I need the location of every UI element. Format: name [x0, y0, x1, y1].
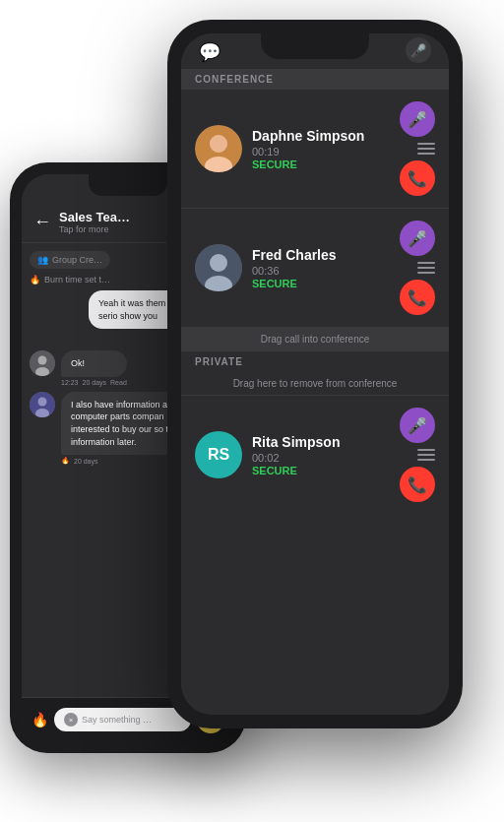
svg-point-1 [38, 356, 47, 365]
fred-mute-button[interactable]: 🎤 [400, 221, 435, 256]
group-create-pill: 👥 Group Cre… [30, 251, 110, 269]
fred-name: Fred Charles [252, 247, 390, 263]
private-call-row-rita: RS Rita Simpson 00:02 SECURE 🎤 📞 [181, 396, 449, 514]
message-bubble-left-2: Ok! [61, 350, 127, 377]
flame-icon-3: 🔥 [61, 457, 70, 465]
fire-icon-small: 🔥 [30, 275, 40, 285]
daphne-menu-icon[interactable] [417, 143, 435, 155]
message-input-field[interactable]: × Say something … [54, 708, 191, 731]
svg-point-11 [210, 254, 227, 272]
private-section-header: PRIVATE [181, 350, 449, 372]
group-icon: 👥 [37, 255, 48, 265]
rita-menu-icon[interactable] [417, 449, 435, 461]
app-logo-icon: 💬 [199, 41, 220, 63]
rita-name: Rita Simpson [252, 434, 390, 450]
group-create-label: Group Cre… [52, 255, 102, 265]
call-info-daphne: Daphne Simpson 00:19 SECURE [252, 128, 390, 170]
bubble2-days: 20 days [83, 379, 107, 386]
avatar-user1 [30, 350, 55, 376]
svg-point-9 [210, 135, 227, 153]
rita-actions: 🎤 📞 [400, 408, 435, 502]
fred-actions: 🎤 📞 [400, 221, 435, 315]
bubble3-days: 20 days [74, 458, 98, 465]
drag-into-conference-hint: Drag call into conference [181, 328, 449, 350]
daphne-actions: 🎤 📞 [400, 101, 435, 196]
mic-status-icon[interactable]: 🎤 [406, 37, 431, 63]
call-row-fred: Fred Charles 00:36 SECURE 🎤 📞 [181, 209, 449, 328]
conference-section-header: CONFERENCE [181, 69, 449, 90]
daphne-duration: 00:19 [252, 146, 390, 158]
fred-status: SECURE [252, 278, 390, 289]
fire-icon-input: 🔥 [32, 712, 48, 727]
burn-time-pill: 🔥 Burn time set t… [30, 275, 110, 285]
notch-back [89, 174, 167, 196]
front-bottom-spacer [181, 514, 449, 715]
daphne-mute-button[interactable]: 🎤 [400, 101, 435, 137]
fred-duration: 00:36 [252, 265, 390, 277]
clear-input-icon[interactable]: × [64, 713, 78, 727]
daphne-status: SECURE [252, 158, 390, 170]
burn-label: Burn time set t… [44, 275, 110, 285]
call-row-daphne: Daphne Simpson 00:19 SECURE 🎤 📞 [181, 90, 449, 209]
bubble-left-meta-2: 12:23 20 days Read [61, 379, 127, 386]
call-info-rita: Rita Simpson 00:02 SECURE [252, 434, 390, 476]
avatar-fred [195, 244, 242, 291]
fred-end-call-button[interactable]: 📞 [400, 280, 435, 315]
notch-front [261, 33, 369, 59]
daphne-end-call-button[interactable]: 📞 [400, 160, 435, 196]
daphne-name: Daphne Simpson [252, 128, 390, 144]
fred-menu-icon[interactable] [417, 262, 435, 274]
avatar-rita: RS [195, 431, 242, 478]
conference-screen: 💬 🎤 CONFERENCE Daphne Simpson 00:19 SECU… [181, 33, 449, 715]
rita-mic-button[interactable]: 🎤 [400, 408, 435, 443]
drag-remove-hint: Drag here to remove from conference [181, 372, 449, 396]
avatar-user2 [30, 392, 55, 417]
bubble2-read: Read [110, 379, 127, 386]
phone-front: 💬 🎤 CONFERENCE Daphne Simpson 00:19 SECU… [167, 20, 463, 728]
bubble2-time: 12:23 [61, 379, 79, 386]
bubble-left-2-wrap: Ok! 12:23 20 days Read [61, 350, 127, 386]
back-arrow-icon[interactable]: ← [33, 212, 51, 232]
avatar-daphne [195, 125, 242, 172]
svg-point-4 [38, 397, 47, 406]
rita-duration: 00:02 [252, 452, 390, 464]
call-info-fred: Fred Charles 00:36 SECURE [252, 247, 390, 289]
input-placeholder: Say something … [82, 715, 181, 725]
rita-status: SECURE [252, 465, 390, 476]
rita-end-call-button[interactable]: 📞 [400, 467, 435, 502]
